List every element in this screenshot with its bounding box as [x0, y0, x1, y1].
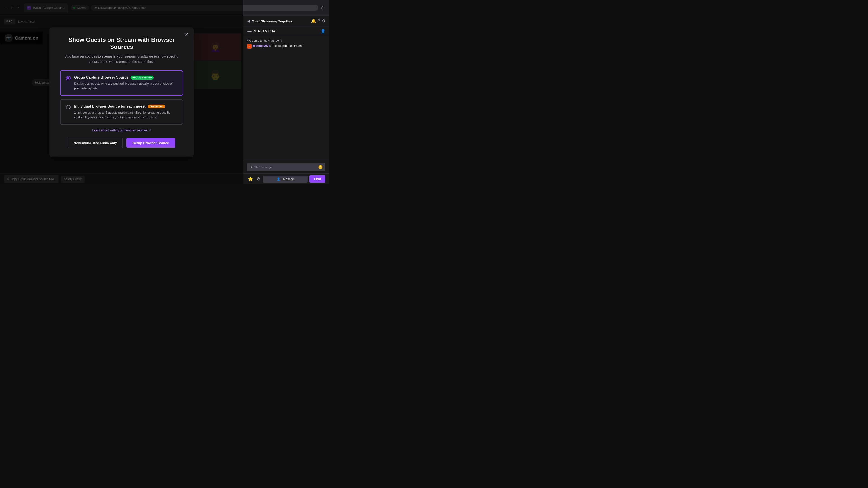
right-panel: ◀ Start Streaming Together 🔔 ? ⚙ ⟶ STREA… [243, 16, 329, 184]
chat-avatar: m [247, 44, 252, 48]
chat-username: moodjoy071 [253, 44, 270, 47]
chat-header: ◀ Start Streaming Together 🔔 ? ⚙ [243, 16, 329, 26]
chat-header-icon: ◀ [247, 19, 250, 24]
radio-individual[interactable] [66, 105, 70, 109]
stream-chat-icon: ⟶ [247, 29, 252, 33]
advanced-badge: ADVANCED [148, 105, 165, 108]
chat-message: m moodjoy071: Please join the stream! [247, 44, 326, 48]
radio-inner [67, 77, 69, 79]
cancel-button[interactable]: Nevermind, use audio only [68, 138, 123, 148]
chat-input-wrapper: Send a message 😊 [247, 163, 326, 171]
learn-more-link[interactable]: Learn about setting up browser sources ↗ [92, 129, 151, 132]
modal-subtitle: Add browser sources to scenes in your st… [60, 54, 183, 64]
option2-title: Individual Browser Source for each guest [74, 104, 146, 108]
option2-content: Individual Browser Source for each guest… [74, 104, 177, 120]
option1-header: Group Capture Browser Source RECOMMENDED [74, 75, 177, 79]
chat-input-placeholder: Send a message [250, 165, 316, 169]
option-individual[interactable]: Individual Browser Source for each guest… [60, 99, 183, 125]
points-button[interactable]: ⭐ [247, 175, 254, 182]
chat-messages: Welcome to the chat room! m moodjoy071: … [243, 36, 329, 161]
chat-notification-button[interactable]: 🔔 [311, 19, 316, 24]
chat-help-button[interactable]: ? [318, 19, 320, 24]
emoji-button[interactable]: 😊 [318, 165, 323, 169]
settings-footer-button[interactable]: ⚙ [256, 175, 261, 182]
modal-actions: Nevermind, use audio only Setup Browser … [60, 138, 183, 148]
manage-label: Manage [283, 177, 294, 181]
option1-desc: Displays all guests who are pushed live … [74, 81, 177, 91]
option-group-capture[interactable]: Group Capture Browser Source RECOMMENDED… [60, 70, 183, 96]
cast-button[interactable]: ⬡ [320, 4, 326, 11]
chat-header-title: Start Streaming Together [252, 19, 309, 23]
chat-welcome-message: Welcome to the chat room! [247, 39, 326, 42]
modal-overlay: ✕ Show Guests on Stream with Browser Sou… [0, 0, 243, 184]
modal-link[interactable]: Learn about setting up browser sources ↗ [60, 128, 183, 132]
chat-message-content: Please join the stream! [273, 44, 303, 47]
chat-user-button[interactable]: 👤 [320, 29, 326, 34]
manage-icon: 👤+ [277, 177, 282, 181]
chat-message-text: moodjoy071: Please join the stream! [253, 44, 303, 47]
stream-chat-section: ⟶ STREAM CHAT 👤 [243, 26, 329, 36]
modal-close-button[interactable]: ✕ [183, 31, 190, 38]
stream-chat-label: STREAM CHAT [254, 29, 319, 33]
manage-button[interactable]: 👤+ Manage [263, 175, 308, 183]
chat-main-button[interactable]: Chat [309, 175, 326, 183]
chat-footer: ⭐ ⚙ 👤+ Manage Chat [243, 173, 329, 184]
radio-group-capture[interactable] [66, 76, 70, 80]
setup-browser-source-button[interactable]: Setup Browser Source [126, 138, 176, 148]
recommended-badge: RECOMMENDED [131, 76, 154, 79]
option2-header: Individual Browser Source for each guest… [74, 104, 177, 108]
chat-settings-button[interactable]: ⚙ [322, 19, 326, 24]
option1-content: Group Capture Browser Source RECOMMENDED… [74, 75, 177, 91]
modal-title: Show Guests on Stream with Browser Sourc… [60, 36, 183, 51]
modal-dialog: ✕ Show Guests on Stream with Browser Sou… [49, 27, 194, 157]
option1-title: Group Capture Browser Source [74, 75, 128, 79]
chat-input-area[interactable]: Send a message 😊 [243, 161, 329, 173]
option2-desc: 1 link per guest (up to 5 guests maximum… [74, 110, 177, 120]
